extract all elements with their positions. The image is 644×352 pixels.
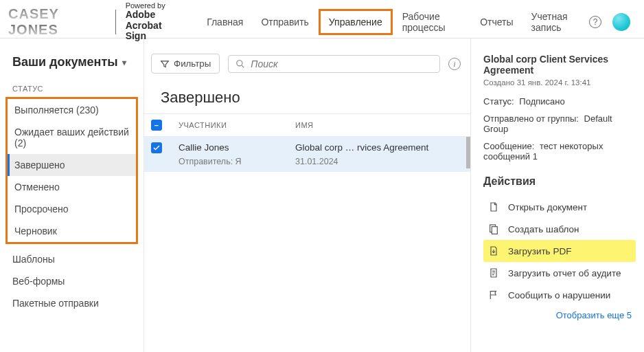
svg-rect-2 xyxy=(492,227,497,234)
chevron-down-icon: ▾ xyxy=(122,58,126,67)
open-document-icon xyxy=(487,201,500,212)
create-template-icon xyxy=(487,223,500,234)
sidebar-templates[interactable]: Шаблоны xyxy=(0,248,143,270)
sidebar: Ваши документы ▾ СТАТУС Выполняется (230… xyxy=(0,38,144,352)
status-draft[interactable]: Черновик xyxy=(8,220,136,242)
action-label: Загрузить отчет об аудите xyxy=(508,268,621,278)
action-create-template[interactable]: Создать шаблон xyxy=(483,218,636,240)
nav-workflows[interactable]: Рабочие процессы xyxy=(394,6,471,38)
detail-group: Отправлено от группы: Default Group xyxy=(483,113,636,134)
section-title: Завершено xyxy=(144,80,470,113)
row-participant: Callie Jones xyxy=(179,142,281,153)
action-label: Открыть документ xyxy=(508,202,587,212)
action-report-abuse[interactable]: Сообщить о нарушении xyxy=(483,284,636,306)
status-heading: СТАТУС xyxy=(0,79,143,97)
sidebar-webforms[interactable]: Веб-формы xyxy=(0,270,143,292)
sidebar-bulk-send[interactable]: Пакетные отправки xyxy=(0,292,143,314)
top-nav: Главная Отправить Управление Рабочие про… xyxy=(198,6,589,38)
your-documents-label: Ваши документы xyxy=(12,55,118,69)
report-abuse-icon xyxy=(487,289,500,300)
nav-account[interactable]: Учетная запись xyxy=(523,6,589,38)
help-icon[interactable]: ? xyxy=(589,16,601,28)
col-participants[interactable]: УЧАСТНИКИ xyxy=(172,114,288,137)
action-download-audit[interactable]: Загрузить отчет об аудите xyxy=(483,262,636,284)
header-divider xyxy=(115,10,116,34)
select-all-checkbox[interactable]: – xyxy=(151,120,162,131)
action-open-document[interactable]: Открыть документ xyxy=(483,196,636,218)
status-group-highlight: Выполняется (230) Ожидает ваших действий… xyxy=(5,97,138,244)
actions-heading: Действия xyxy=(483,175,636,188)
adobe-brand-line1: Adobe xyxy=(126,10,179,20)
nav-reports[interactable]: Отчеты xyxy=(472,11,521,33)
filters-button[interactable]: Фильтры xyxy=(151,54,220,74)
svg-point-0 xyxy=(237,60,242,65)
status-in-progress[interactable]: Выполняется (230) xyxy=(8,99,136,121)
download-pdf-icon xyxy=(487,245,500,256)
search-input[interactable] xyxy=(251,58,433,69)
main-panel: Фильтры i Завершено – УЧАСТНИКИ ИМЯ xyxy=(144,38,471,352)
detail-title: Global corp Client Services Agreement xyxy=(483,54,636,76)
detail-status: Статус: Подписано xyxy=(483,96,636,107)
nav-send[interactable]: Отправить xyxy=(253,11,317,33)
table-row[interactable]: Callie Jones Отправитель: Я Global corp … xyxy=(144,137,470,172)
toolbar: Фильтры i xyxy=(144,38,470,80)
download-audit-icon xyxy=(487,267,500,278)
detail-created: Создано 31 янв. 2024 г. 13:41 xyxy=(483,78,636,87)
your-documents-dropdown[interactable]: Ваши документы ▾ xyxy=(0,55,143,79)
action-label: Сообщить о нарушении xyxy=(508,290,610,300)
filters-label: Фильтры xyxy=(174,58,211,69)
status-cancelled[interactable]: Отменено xyxy=(8,176,136,198)
nav-home[interactable]: Главная xyxy=(198,11,251,33)
detail-panel: Global corp Client Services Agreement Со… xyxy=(471,38,644,352)
avatar[interactable] xyxy=(612,13,630,31)
col-name[interactable]: ИМЯ xyxy=(288,114,470,137)
documents-table: – УЧАСТНИКИ ИМЯ xyxy=(144,113,470,137)
detail-message: Сообщение: тест некоторых сообщений 1 xyxy=(483,141,636,162)
show-more-actions[interactable]: Отобразить еще 5 xyxy=(483,306,636,320)
row-document-name: Global corp … rvices Agreement xyxy=(295,142,463,153)
powered-by-block: Powered by Adobe Acrobat Sign xyxy=(126,1,179,41)
action-label: Загрузить PDF xyxy=(508,246,571,256)
user-logo: CASEY JONES xyxy=(8,6,115,38)
action-label: Создать шаблон xyxy=(508,224,579,234)
scrollbar[interactable] xyxy=(466,137,470,168)
app-header: CASEY JONES Powered by Adobe Acrobat Sig… xyxy=(0,0,644,38)
search-icon xyxy=(235,59,245,69)
search-field-wrap[interactable] xyxy=(228,55,440,73)
info-icon[interactable]: i xyxy=(448,58,461,70)
row-document-date: 31.01.2024 xyxy=(295,157,463,166)
row-sender: Отправитель: Я xyxy=(179,157,281,166)
action-download-pdf[interactable]: Загрузить PDF xyxy=(483,240,636,262)
row-checkbox[interactable] xyxy=(151,142,162,153)
header-icons: ? xyxy=(589,13,636,31)
status-expired[interactable]: Просрочено xyxy=(8,198,136,220)
nav-manage[interactable]: Управление xyxy=(319,9,393,35)
filter-icon xyxy=(160,59,170,69)
status-completed[interactable]: Завершено xyxy=(8,154,136,176)
status-awaiting-you[interactable]: Ожидает ваших действий (2) xyxy=(8,121,136,154)
